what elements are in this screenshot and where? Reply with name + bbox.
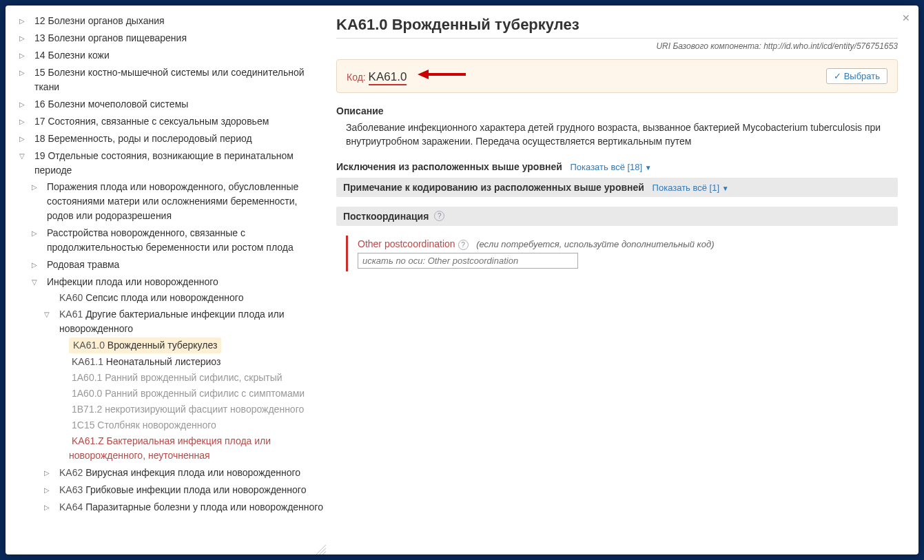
- pc-hint: (если потребуется, используйте дополните…: [476, 239, 714, 249]
- exclusions-show-all-link[interactable]: Показать всё [18] ▼: [571, 162, 652, 172]
- tree-item[interactable]: 12 Болезни органов дыхания: [32, 13, 167, 29]
- tree-item[interactable]: KA60 Сепсис плода или новорожденного: [57, 291, 246, 304]
- resize-handle-icon[interactable]: [316, 545, 326, 554]
- coding-note-bar: Примечание к кодированию из расположенны…: [336, 178, 898, 197]
- tree-item[interactable]: 19 Отдельные состояния, возникающие в пе…: [32, 148, 326, 178]
- close-icon[interactable]: ✕: [902, 12, 910, 23]
- expand-icon[interactable]: ▷: [19, 99, 29, 110]
- expand-icon[interactable]: ▷: [19, 68, 29, 78]
- tree-item[interactable]: KA64 Паразитарные болезни у плода или но…: [57, 499, 326, 515]
- uri-line: URI Базового компонента: http://id.who.i…: [336, 41, 898, 51]
- tree-item[interactable]: 14 Болезни кожи: [32, 48, 112, 63]
- postcoordination-bar: Посткоординация ?: [336, 207, 898, 226]
- tree-item[interactable]: 1B71.2 некротизирующий фасциит новорожде…: [69, 403, 307, 415]
- tree-item[interactable]: 1A60.1 Ранний врожденный сифилис, скрыты…: [69, 371, 285, 384]
- postcoordination-label: Посткоординация: [343, 211, 429, 222]
- svg-marker-1: [418, 70, 429, 79]
- code-label: Код:: [347, 72, 366, 83]
- help-icon[interactable]: ?: [434, 211, 444, 221]
- tree-item[interactable]: KA61 Другие бактериальные инфекции плода…: [57, 307, 326, 337]
- expand-icon[interactable]: ▷: [44, 485, 54, 495]
- pc-other-title: Other postcoordination: [358, 238, 455, 249]
- postcoordination-search-input[interactable]: [358, 253, 578, 269]
- tree-item[interactable]: KA63 Грибковые инфекции плода или новоро…: [57, 482, 309, 498]
- modal-window: ✕ ▷12 Болезни органов дыхания ▷13 Болезн…: [6, 6, 918, 554]
- postcoordination-block: Other postcoordination ? (если потребует…: [346, 236, 898, 271]
- tree-item[interactable]: 17 Состояния, связанные с сексуальным зд…: [32, 114, 271, 129]
- expand-icon[interactable]: ▷: [32, 182, 41, 192]
- tree-item[interactable]: KA61.1 Неонатальный листериоз: [69, 355, 223, 368]
- tree-item-selected[interactable]: KA61.0 Врожденный туберкулез: [69, 338, 221, 353]
- expand-icon[interactable]: ▷: [32, 228, 41, 238]
- tree-item[interactable]: Родовая травма: [44, 257, 122, 273]
- description-text: Заболевание инфекционного характера дете…: [336, 121, 898, 158]
- collapse-icon[interactable]: ▽: [44, 309, 54, 320]
- page-title: KA61.0 Врожденный туберкулез: [336, 16, 898, 34]
- tree-sidebar: ▷12 Болезни органов дыхания ▷13 Болезни …: [6, 6, 326, 554]
- expand-icon[interactable]: ▷: [32, 260, 41, 270]
- tree-item[interactable]: KA61.Z Бактериальная инфекция плода или …: [69, 435, 271, 462]
- tree-item[interactable]: KA62 Вирусная инфекция плода или новорож…: [57, 465, 303, 481]
- description-heading: Описание: [336, 105, 898, 116]
- tree-item[interactable]: 15 Болезни костно-мышечной системы или с…: [32, 65, 326, 95]
- tree-item[interactable]: 18 Беременность, роды и послеродовый пер…: [32, 131, 255, 147]
- code-box: Код: KA61.0 ✓ Выбрать: [336, 59, 898, 93]
- tree-item[interactable]: 16 Болезни мочеполовой системы: [32, 96, 191, 112]
- tree-item[interactable]: 1A60.0 Ранний врожденный сифилис с симпт…: [69, 387, 307, 400]
- tree-item[interactable]: 13 Болезни органов пищеварения: [32, 30, 189, 46]
- expand-icon[interactable]: ▷: [44, 468, 54, 478]
- arrow-annotation-icon: [418, 72, 466, 83]
- expand-icon[interactable]: ▷: [19, 134, 29, 144]
- tree-item[interactable]: Инфекции плода или новорожденного: [44, 274, 221, 290]
- expand-icon[interactable]: ▷: [19, 33, 29, 43]
- tree-item[interactable]: Поражения плода или новорожденного, обус…: [44, 179, 326, 224]
- help-icon[interactable]: ?: [458, 240, 469, 250]
- expand-icon[interactable]: ▷: [19, 116, 29, 127]
- exclusions-label: Исключения из расположенных выше уровней: [336, 161, 562, 172]
- divider: [336, 38, 898, 39]
- coding-note-show-all-link[interactable]: Показать всё [1] ▼: [653, 183, 729, 193]
- expand-icon[interactable]: ▷: [44, 502, 54, 512]
- coding-note-label: Примечание к кодированию из расположенны…: [343, 182, 644, 193]
- content: ▷12 Болезни органов дыхания ▷13 Болезни …: [6, 6, 918, 554]
- code-value: KA61.0: [369, 70, 407, 85]
- collapse-icon[interactable]: ▽: [32, 277, 41, 287]
- select-button[interactable]: ✓ Выбрать: [826, 68, 887, 84]
- detail-panel: KA61.0 Врожденный туберкулез URI Базовог…: [326, 6, 918, 554]
- tree-item[interactable]: Расстройства новорожденного, связанные с…: [44, 225, 326, 256]
- expand-icon[interactable]: ▷: [19, 16, 29, 26]
- collapse-icon[interactable]: ▽: [19, 151, 29, 161]
- tree-item[interactable]: 1C15 Столбняк новорожденного: [69, 419, 219, 431]
- expand-icon[interactable]: ▷: [19, 50, 29, 61]
